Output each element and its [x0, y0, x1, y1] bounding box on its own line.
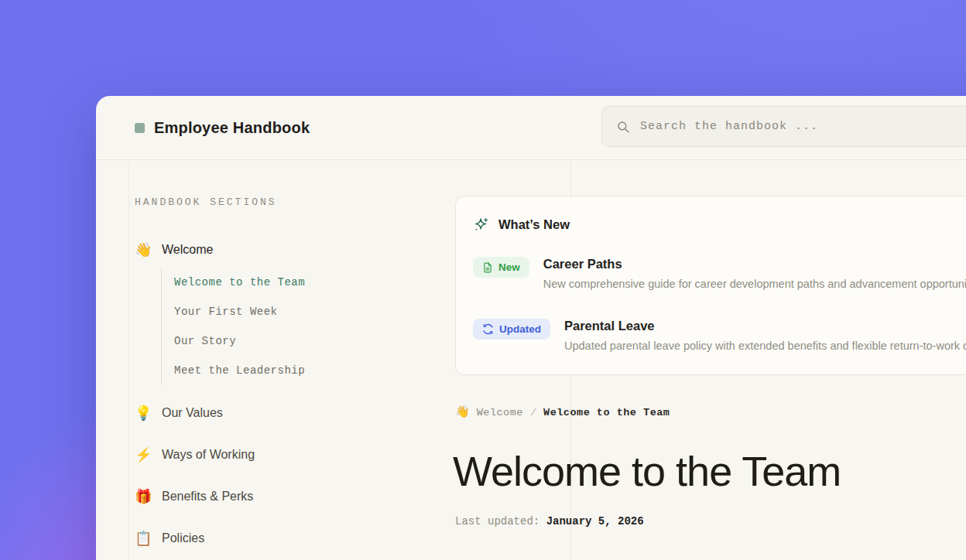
search-input[interactable] — [640, 120, 966, 133]
app-title: Employee Handbook — [154, 119, 310, 137]
new-badge: New — [473, 257, 529, 278]
gift-icon: 🎁 — [135, 490, 152, 504]
lightning-icon: ⚡ — [135, 448, 152, 462]
subsection-meet-the-leadership[interactable]: Meet the Leadership — [174, 356, 305, 385]
sidebar-item-label: Policies — [162, 531, 204, 545]
whats-new-card: What’s New New Career Paths New comprehe… — [455, 196, 966, 375]
clipboard-icon: 📋 — [135, 531, 152, 545]
whats-new-title: What’s New — [498, 217, 570, 232]
whats-new-item-career-paths[interactable]: New Career Paths New comprehensive guide… — [473, 257, 966, 291]
whats-new-item-title: Parental Leave — [564, 319, 966, 333]
sidebar-item-our-values[interactable]: 💡 Our Values — [135, 403, 223, 423]
left-margin-rule — [128, 161, 129, 560]
waving-hand-icon: 👋 — [455, 407, 470, 418]
light-bulb-icon: 💡 — [135, 406, 152, 420]
refresh-icon — [482, 323, 494, 335]
breadcrumb-section-link[interactable]: Welcome — [477, 407, 523, 418]
whats-new-header: What’s New — [473, 215, 966, 234]
subsection-your-first-week[interactable]: Your First Week — [174, 297, 305, 326]
sparkles-icon — [473, 217, 489, 233]
search-icon — [616, 120, 630, 134]
app-header: Employee Handbook — [96, 96, 966, 160]
updated-badge: Updated — [473, 319, 550, 340]
sidebar-item-ways-of-working[interactable]: ⚡ Ways of Working — [135, 445, 255, 465]
subsection-our-story[interactable]: Our Story — [174, 326, 305, 356]
badge-label: New — [498, 261, 520, 273]
app-logo-icon — [135, 123, 145, 133]
last-updated-value: January 5, 2026 — [546, 515, 644, 528]
window-body: HANDBOOK SECTIONS 👋 Welcome Welcome to t… — [96, 161, 966, 560]
last-updated-label: Last updated: — [455, 515, 540, 528]
whats-new-item-parental-leave[interactable]: Updated Parental Leave Updated parental … — [473, 319, 966, 353]
sidebar-item-label: Welcome — [162, 243, 213, 257]
sidebar-item-policies[interactable]: 📋 Policies — [135, 528, 204, 548]
last-updated: Last updated: January 5, 2026 — [455, 515, 644, 528]
whats-new-item-text: Parental Leave Updated parental leave po… — [564, 319, 966, 353]
sidebar-item-label: Benefits & Perks — [162, 490, 253, 504]
welcome-subsections: Welcome to the Team Your First Week Our … — [161, 268, 305, 385]
subsection-welcome-to-the-team[interactable]: Welcome to the Team — [174, 268, 305, 297]
sidebar-item-benefits-perks[interactable]: 🎁 Benefits & Perks — [135, 487, 253, 507]
whats-new-item-title: Career Paths — [543, 257, 966, 271]
search-bar[interactable] — [601, 106, 966, 147]
whats-new-item-description: New comprehensive guide for career devel… — [543, 278, 966, 291]
whats-new-item-description: Updated parental leave policy with exten… — [564, 340, 966, 353]
sidebar-item-label: Ways of Working — [162, 448, 255, 462]
breadcrumb-separator: / — [530, 407, 536, 418]
sidebar-item-welcome[interactable]: 👋 Welcome — [135, 240, 213, 260]
sidebar-item-label: Our Values — [162, 406, 223, 420]
breadcrumb: 👋 Welcome / Welcome to the Team — [455, 407, 670, 418]
breadcrumb-current-page: Welcome to the Team — [543, 407, 670, 418]
handbook-window: Employee Handbook HANDBOOK SECTIONS 👋 We… — [96, 96, 966, 560]
page-title: Welcome to the Team — [453, 449, 841, 493]
document-icon — [482, 262, 493, 273]
badge-label: Updated — [499, 323, 541, 335]
waving-hand-icon: 👋 — [135, 243, 152, 257]
whats-new-item-text: Career Paths New comprehensive guide for… — [543, 257, 966, 291]
sidebar-heading: HANDBOOK SECTIONS — [135, 196, 277, 208]
